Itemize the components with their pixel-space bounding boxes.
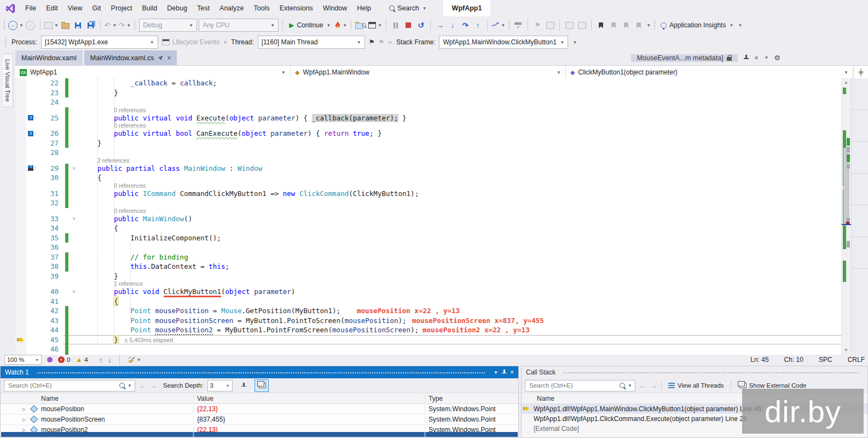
gear-icon[interactable]: ⚙ (774, 54, 780, 62)
code-line-22[interactable]: 22 _callback = callback; (15, 78, 841, 88)
member-dropdown[interactable]: ◆ ClickMyButton1(object parameter)▼ (566, 66, 853, 79)
breakpoint-margin[interactable] (15, 88, 26, 98)
step-into-button[interactable]: ↓ (447, 19, 458, 32)
menu-help[interactable]: Help (352, 4, 376, 12)
call-stack-title-bar[interactable]: Call Stack (522, 366, 867, 378)
breakpoint-margin[interactable] (15, 173, 26, 183)
column-name[interactable]: Name (537, 395, 554, 402)
search-back-icon[interactable]: ← (139, 382, 146, 390)
breakpoint-margin[interactable] (15, 113, 26, 123)
breakpoint-margin[interactable] (15, 123, 26, 129)
expand-icon[interactable]: ▷ (22, 407, 30, 412)
search-box[interactable]: Search ▼ (385, 4, 431, 12)
close-document-icon[interactable]: × (754, 54, 758, 62)
warning-count[interactable]: ▲4 (76, 356, 88, 364)
navigate-forward-button[interactable]: → (25, 19, 36, 32)
close-watch-icon[interactable]: × (510, 368, 514, 376)
breakpoint-margin[interactable] (15, 198, 26, 208)
tab-list-chevron-icon[interactable]: ▼ (764, 55, 768, 60)
previous-bookmark-button[interactable] (608, 19, 619, 32)
lifecycle-events-button[interactable]: Lifecycle Events▼ (162, 36, 228, 49)
tab-mainwindow-xaml[interactable]: MainWindow.xaml (15, 50, 83, 65)
code-line-40[interactable]: 40∨ public void ClickMyButton1(object pa… (15, 287, 841, 297)
breakpoint-margin[interactable] (15, 297, 26, 307)
increase-indent-button[interactable] (576, 19, 587, 32)
column-name[interactable]: Name (1, 395, 193, 402)
window-layout-button[interactable]: ▼ (368, 19, 382, 32)
continue-button[interactable]: ▶ Continue ▼ (287, 19, 333, 32)
application-insights-button[interactable]: Application Insights ▼ (658, 19, 736, 32)
restart-button[interactable]: ↺ (415, 19, 426, 32)
code-line-33[interactable]: 33∨ public MainWindow() (15, 214, 841, 224)
code-line-32[interactable]: 32 (15, 198, 841, 208)
expand-icon[interactable]: ▷ (22, 417, 30, 422)
next-bookmark-button[interactable] (621, 19, 632, 32)
breakpoint-margin[interactable] (15, 183, 26, 189)
code-line-28[interactable]: 28 (15, 148, 841, 158)
column-value[interactable]: Value (193, 395, 425, 402)
code-line-35[interactable]: 35 InitializeComponent(); (15, 233, 841, 243)
breakpoint-margin[interactable] (15, 281, 26, 287)
code-line-25[interactable]: I↑25 public virtual void Execute(object … (15, 113, 841, 123)
toolbar-grip[interactable] (3, 20, 5, 30)
breakpoint-margin[interactable] (15, 78, 26, 88)
breakpoint-margin[interactable] (15, 243, 26, 252)
decrease-indent-button[interactable] (564, 19, 575, 32)
show-next-statement-button[interactable]: → (435, 19, 445, 32)
watch-title-bar[interactable]: Watch 1 ▼ × (1, 366, 518, 378)
process-combo[interactable]: [15432] WpfApp1.exe▼ (41, 36, 158, 49)
outline-margin[interactable]: ∨ (69, 214, 79, 224)
outline-margin[interactable]: ∨ (69, 287, 79, 297)
watch-search-input[interactable] (7, 382, 117, 389)
open-file-button[interactable] (60, 19, 71, 32)
breakpoint-margin[interactable] (15, 107, 26, 113)
code-line-38[interactable]: 38 this.DataContext = this; (15, 262, 841, 272)
search-forward-icon[interactable]: → (150, 382, 157, 390)
breakpoint-margin[interactable] (15, 272, 26, 281)
step-out-button[interactable]: ↑ (472, 19, 483, 32)
break-all-button[interactable] (390, 19, 401, 32)
breakpoint-margin[interactable] (15, 208, 26, 214)
menu-extensions[interactable]: Extensions (275, 4, 318, 12)
auto-hide-pin-icon[interactable] (501, 370, 507, 376)
menu-project[interactable]: Project (106, 4, 137, 12)
line-indicator[interactable]: Ln: 45 (750, 356, 768, 364)
menu-view[interactable]: View (63, 4, 88, 12)
breakpoint-margin[interactable] (15, 158, 26, 164)
show-flagged-only-icon[interactable]: ∞ (388, 39, 392, 45)
breakpoint-margin[interactable] (15, 287, 26, 297)
save-all-button[interactable] (85, 19, 96, 32)
error-count[interactable]: ×0 (58, 356, 70, 363)
redo-button[interactable]: ↷▼ (119, 19, 131, 32)
code-line-45[interactable]: 45 }≤ 5,403ms elapsed (15, 335, 841, 345)
search-options-chevron-icon[interactable]: ▼ (628, 383, 632, 388)
scroll-down-icon[interactable]: ▼ (844, 348, 848, 353)
breakpoint-margin[interactable] (15, 325, 26, 335)
menu-file[interactable]: File (20, 4, 41, 12)
solution-configuration-combo[interactable]: Debug▼ (139, 19, 197, 32)
search-depth-combo[interactable]: 3▼ (207, 380, 233, 391)
code-line-37[interactable]: 37 // for binding (15, 252, 841, 262)
intellitrace-button[interactable]: ▼ (491, 19, 505, 32)
breakpoint-margin[interactable] (15, 214, 26, 224)
live-visual-tree-tab[interactable]: Live Visual Tree (3, 54, 13, 107)
hot-reload-button[interactable]: ▼ (334, 19, 347, 32)
zoom-level-combo[interactable]: 100 %▼ (4, 355, 42, 365)
column-indicator[interactable]: Ch: 10 (784, 356, 803, 364)
view-all-threads-button[interactable]: View all Threads (666, 380, 727, 391)
menu-tools[interactable]: Tools (249, 4, 275, 12)
breakpoint-margin[interactable] (15, 306, 26, 316)
navigate-back-button[interactable]: ←▼ (8, 19, 24, 32)
undo-button[interactable]: ↶▼ (105, 19, 117, 32)
code-line-41[interactable]: 41 { (15, 297, 841, 307)
format-specifiers-button[interactable] (254, 379, 269, 392)
save-button[interactable] (73, 19, 84, 32)
code-line-27[interactable]: 27 } (15, 139, 841, 148)
breakpoint-margin[interactable] (15, 233, 26, 243)
spell-check-button[interactable]: abc✓ (513, 19, 524, 32)
stop-debugging-button[interactable] (403, 19, 414, 32)
breakpoint-margin[interactable] (15, 97, 26, 107)
scroll-up-icon[interactable]: ▲ (844, 80, 848, 85)
breakpoint-margin[interactable] (15, 139, 26, 148)
code-line-30[interactable]: 30 { (15, 173, 841, 183)
